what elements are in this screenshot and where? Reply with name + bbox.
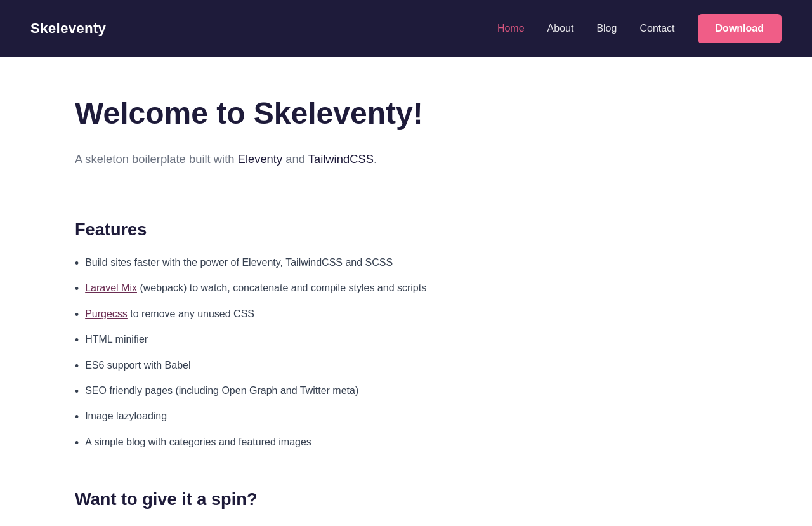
- feature-text-7: Image lazyloading: [85, 409, 167, 424]
- features-section: Features Build sites faster with the pow…: [75, 220, 737, 451]
- nav-link-home[interactable]: Home: [497, 23, 525, 34]
- laravel-mix-link[interactable]: Laravel Mix: [85, 282, 137, 293]
- hero-subtext-after: .: [374, 152, 377, 166]
- tailwindcss-link[interactable]: TailwindCSS: [308, 152, 374, 166]
- features-heading: Features: [75, 220, 737, 240]
- list-item: Image lazyloading: [75, 409, 737, 425]
- list-item: ES6 support with Babel: [75, 358, 737, 374]
- main-nav: Home About Blog Contact Download: [497, 14, 782, 43]
- hero-subtext: A skeleton boilerplate built with Eleven…: [75, 150, 737, 168]
- hero-subtext-before: A skeleton boilerplate built with: [75, 152, 238, 166]
- site-header: Skeleventy Home About Blog Contact Downl…: [0, 0, 812, 57]
- feature-text-1: Build sites faster with the power of Ele…: [85, 255, 393, 270]
- nav-download-button[interactable]: Download: [698, 14, 782, 43]
- main-content: Welcome to Skeleventy! A skeleton boiler…: [44, 57, 768, 526]
- spin-text: Check out the full documentation on how …: [75, 522, 737, 526]
- list-item: HTML minifier: [75, 332, 737, 348]
- feature-text-4: HTML minifier: [85, 332, 148, 347]
- nav-link-contact[interactable]: Contact: [639, 23, 674, 34]
- feature-text-3: Purgecss to remove any unused CSS: [85, 306, 254, 322]
- list-item: Build sites faster with the power of Ele…: [75, 255, 737, 272]
- purgecss-link[interactable]: Purgecss: [85, 308, 128, 319]
- spin-heading: Want to give it a spin?: [75, 489, 737, 510]
- nav-link-about[interactable]: About: [547, 23, 574, 34]
- hero-section: Welcome to Skeleventy! A skeleton boiler…: [75, 95, 737, 168]
- feature-text-5: ES6 support with Babel: [85, 358, 190, 373]
- hero-heading: Welcome to Skeleventy!: [75, 95, 737, 132]
- features-list: Build sites faster with the power of Ele…: [75, 255, 737, 451]
- eleventy-link[interactable]: Eleventy: [238, 152, 283, 166]
- list-item: Purgecss to remove any unused CSS: [75, 306, 737, 323]
- hero-subtext-middle: and: [282, 152, 308, 166]
- nav-link-blog[interactable]: Blog: [596, 23, 617, 34]
- feature-text-6: SEO friendly pages (including Open Graph…: [85, 383, 358, 398]
- list-item: SEO friendly pages (including Open Graph…: [75, 383, 737, 400]
- list-item: A simple blog with categories and featur…: [75, 435, 737, 451]
- feature-text-8: A simple blog with categories and featur…: [85, 435, 311, 450]
- site-logo[interactable]: Skeleventy: [30, 20, 106, 37]
- feature-text-2: Laravel Mix (webpack) to watch, concaten…: [85, 280, 426, 296]
- section-divider: [75, 194, 737, 194]
- list-item: Laravel Mix (webpack) to watch, concaten…: [75, 280, 737, 297]
- spin-section: Want to give it a spin? Check out the fu…: [75, 489, 737, 526]
